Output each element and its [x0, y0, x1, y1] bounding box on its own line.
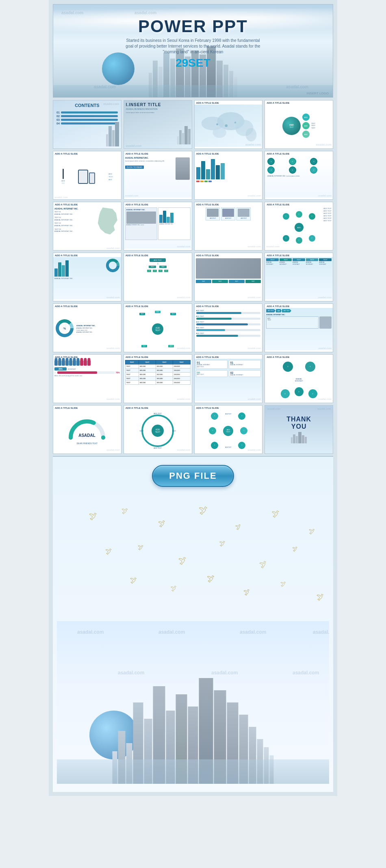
data-table-label: ADD A TITLE SLIDE: [124, 355, 192, 359]
people-icons-row: [54, 360, 120, 366]
slide-thumb-people-pct[interactable]: ADD A TITLE SLIDE 30%: [53, 354, 121, 403]
slide-thumb-bar2[interactable]: ADD A TITLE SLIDE ASADAL INTERNET INC.: [53, 253, 121, 301]
slide-thumb-world-map[interactable]: ADD A TITLE SLIDE asadal.com: [194, 100, 263, 149]
birds-container: 🕊 🕊 🕊 🕊 🕊 🕊 🕊 🕊 🕊 🕊 🕊 🕊 🕊 🕊 🕊 🕊 🕊 🕊 🕊 🕊: [57, 499, 329, 621]
bird-15: 🕊: [130, 576, 137, 585]
add-text-labels: ADD TEXT ADD: [108, 173, 113, 181]
progress-label: ADD A TITLE SLIDE: [195, 304, 262, 308]
contents-title: CONTENTS: [53, 100, 121, 109]
progress-item-1: ADD TEXT: [196, 310, 261, 314]
team-photos-label: ADD A TITLE SLIDE: [195, 253, 262, 257]
slide-thumb-progress[interactable]: ADD A TITLE SLIDE ADD TEXT ADD TEXT ADD …: [194, 303, 263, 352]
teal-dot-grid: T T T T T T: [266, 157, 332, 175]
slide-thumb-insert-title[interactable]: I.INSERT TITLE ASADAL BUSINESS INNOVATIO…: [124, 100, 192, 149]
text-columns: TEXT ASADALINTERNET TEXT ASADALINTERNET …: [266, 258, 332, 265]
slide-thumb-text-cols[interactable]: ADD A TITLE SLIDE TEXT ASADALINTERNET TE…: [265, 253, 333, 301]
radial-diagram: ADD T T T T T T: [283, 211, 315, 244]
pct-30-row: 30% INTERNET: [54, 367, 120, 371]
skyline-wm-2: asadal.com: [158, 629, 185, 635]
progress-item-5: ADD TEXT: [196, 332, 261, 337]
progress-item-4: ADD TEXT: [196, 327, 261, 331]
click-to-read[interactable]: CLICK TO READ: [125, 166, 144, 169]
slide-thumb-circles[interactable]: ADD A TITLE SLIDE ADDTEXT ADD ADD ADD TE…: [265, 100, 333, 149]
half-gauge-label: ADD A TITLE SLIDE: [53, 406, 121, 410]
hero-slide: POWER PPT Started its business in Seoul …: [53, 4, 333, 98]
arrow-info-boxes: ADDTEXT: [266, 316, 332, 329]
circles2-label: ADD A TITLE SLIDE: [265, 355, 333, 359]
teal-dots-label: ADD A TITLE SLIDE: [265, 151, 333, 155]
png-file-button[interactable]: PNG FILE: [152, 465, 234, 487]
slide-thumb-org-tree[interactable]: ADD A TITLE SLIDE ADD TEXT TEXT TEXT T: [124, 253, 192, 301]
city-skyline: asadal.com asadal.com asadal.com asadal.…: [57, 621, 329, 784]
booklet-pages: ASADAL INTERNET INC. ASADAL INTERNET INC…: [125, 207, 191, 240]
slide-thumb-flow2[interactable]: ADD A TITLE SLIDE ADDTEXT TEXT TEXT TEXT…: [124, 303, 192, 352]
progress-item-2: ADD TEXT: [196, 315, 261, 320]
slide-thumb-spoke-diagram[interactable]: ADD A TITLE SLIDE ADDTEXT T T T T T T AD…: [194, 405, 263, 454]
bird-5: 🕊: [235, 523, 243, 531]
svg-text:%: %: [63, 327, 66, 330]
slide-thumb-bar-chart[interactable]: ADD A TITLE SLIDE asa: [194, 151, 263, 200]
slide-thumb-circles2[interactable]: ADD A TITLE SLIDE T T T T T ASADALINTERN…: [265, 354, 333, 403]
biz-person-img: [176, 157, 190, 180]
slide-thumb-contents[interactable]: CONTENTS 01 02 03 04: [53, 100, 121, 149]
slide-thumb-ring-diagram[interactable]: ADD A TITLE SLIDE ADDTEXT ADD TEXT TEXT …: [124, 405, 192, 454]
insert-title-body: Lorem ipsum dolor sit amet consectetur: [124, 111, 192, 114]
phone-stack: ADD TEXT: [61, 169, 65, 184]
slide-row-1: CONTENTS 01 02 03 04: [53, 100, 333, 149]
bird-6: 🕊: [271, 508, 281, 519]
skyline-wm-6: asadal.com: [211, 670, 238, 676]
bird-10: 🕊: [138, 543, 144, 550]
bar2-pie: [106, 258, 120, 273]
slide-row-3: ADD A TITLE SLIDE ASADAL INTERNET INC. T…: [53, 202, 333, 251]
slide-row-5: ADD A TITLE SLIDE % ASADAL INTERNET INC.…: [53, 303, 333, 352]
donut2-chart: %: [54, 318, 75, 340]
slide-thumb-team-photos[interactable]: ADD A TITLE SLIDE TEXT TEXT TEXT TEXT as…: [194, 253, 263, 301]
bird-3: 🕊: [158, 519, 167, 529]
svg-point-3: [213, 127, 226, 138]
slide-thumb-arrows[interactable]: ADD A TITLE SLIDE ADD TEXT ▶▶▶ ADD TEXT …: [265, 303, 333, 352]
contents-item-2: 02: [56, 115, 118, 118]
svg-point-7: [216, 123, 218, 125]
numbered-grid: 01 ASADAL INTERNET ADD TEXT 01 ASADAL IN…: [196, 360, 261, 377]
slide-thumb-profiles[interactable]: ADD A TITLE SLIDE ADD TEXT ADD TEXT: [194, 202, 263, 251]
world-map-svg: [195, 105, 262, 147]
flow2-label: ADD A TITLE SLIDE: [124, 304, 192, 308]
contents-item-3: 03: [56, 118, 118, 121]
bird-1: 🕊: [89, 510, 98, 521]
slide-thumb-data-table[interactable]: ADD A TITLE SLIDE TEXT TEXT TEXT TEXT TE…: [124, 354, 192, 403]
skyline-wm-7: asadal.com: [293, 670, 319, 676]
world-map-label: ADD A TITLE SLIDE: [195, 100, 262, 105]
small-circle-2: ADD: [302, 122, 310, 129]
slide-thumb-booklet[interactable]: ADD A TITLE SLIDE ASADAL INTERNET INC. A…: [124, 202, 192, 251]
pct-70-row: ♀ 70%: [54, 371, 120, 374]
insert-title-main: I.INSERT TITLE: [124, 100, 192, 108]
slide-thumb-half-gauge[interactable]: ADD A TITLE SLIDE ASADAL DEAR FRIENDS TE…: [53, 405, 121, 454]
arrow-row-1: ADD TEXT ▶▶▶ ADD TEXT: [266, 309, 332, 312]
slide-thumb-radial[interactable]: ADD A TITLE SLIDE ADD T T T T T T ADD TE…: [265, 202, 333, 251]
korea-map-shape: [95, 207, 120, 236]
team-large-img: [196, 258, 261, 279]
hero-set-count: 29SET: [123, 57, 263, 70]
slide-row-6: ADD A TITLE SLIDE 30%: [53, 354, 333, 403]
svg-point-5: [225, 124, 228, 127]
bird-12: 🕊: [219, 539, 226, 547]
main-teal-circle: ADDTEXT: [282, 117, 301, 135]
team-labels: TEXT TEXT TEXT TEXT: [196, 280, 261, 283]
skyline-wm-1: asadal.com: [77, 629, 104, 635]
people-biz-label: ADD A TITLE SLIDE: [124, 151, 192, 155]
slide-thumb-phones[interactable]: ADD A TITLE SLIDE ADD TEXT ADD TEXT ADD: [53, 151, 121, 200]
slide-thumb-teal-dots[interactable]: ADD A TITLE SLIDE T T T T T T ASADAL INT…: [265, 151, 333, 200]
skyline-wm-5: asadal.com: [118, 670, 144, 676]
half-gauge-chart: ASADAL DEAR FRIENDS TEXT: [67, 417, 107, 445]
slide-thumb-donut2[interactable]: ADD A TITLE SLIDE % ASADAL INTERNET INC.…: [53, 303, 121, 352]
slide-thumb-thank-you[interactable]: THANKYOU asadal.com asadal.com: [265, 405, 333, 454]
slide-thumb-people-biz[interactable]: ADD A TITLE SLIDE ASADAL INTERNET,INC. L…: [124, 151, 192, 200]
slide-thumb-numbered[interactable]: ADD A TITLE SLIDE 01 ASADAL INTERNET ADD…: [194, 354, 263, 403]
svg-point-6: [234, 122, 236, 123]
bird-18: 🕊: [243, 588, 252, 597]
bird-14: 🕊: [292, 545, 299, 552]
bird-17: 🕊: [206, 574, 215, 584]
color-indicators: [196, 181, 261, 182]
slide-thumb-korea-map[interactable]: ADD A TITLE SLIDE ASADAL INTERNET INC. T…: [53, 202, 121, 251]
hero-subtitle: Started its business in Seoul Korea in F…: [123, 38, 263, 55]
